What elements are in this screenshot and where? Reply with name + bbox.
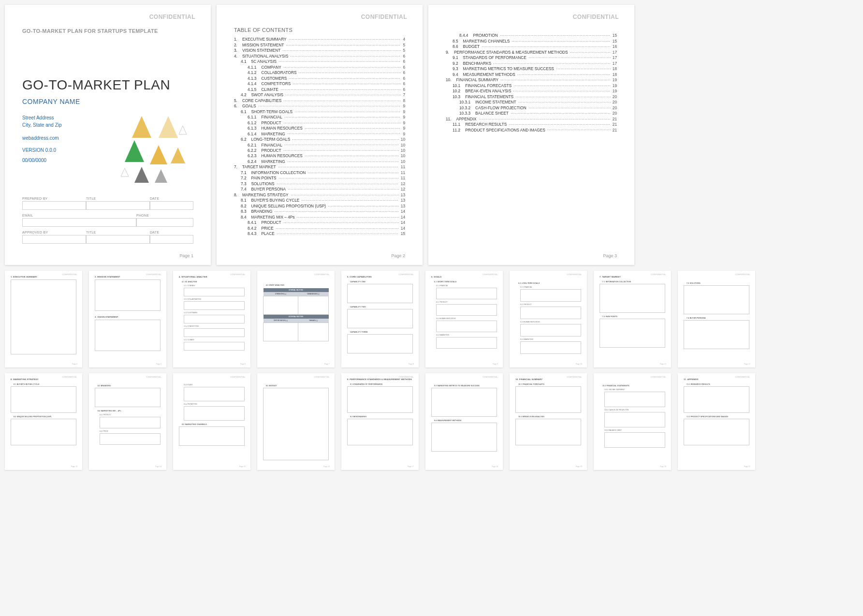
toc-entry[interactable]: 10.3.3BALANCE SHEET20 — [446, 111, 617, 116]
content-box[interactable] — [347, 309, 413, 328]
toc-entry[interactable]: 9.1STANDARDS OF PERFORMANCE17 — [446, 55, 617, 60]
content-box[interactable] — [184, 301, 245, 310]
input-phone[interactable] — [136, 218, 193, 227]
content-box[interactable] — [684, 386, 749, 413]
toc-entry[interactable]: 10.3.1INCOME STATEMENT20 — [446, 100, 617, 104]
toc-entry[interactable]: 10.1FINANCIAL FORECASTS19 — [446, 83, 617, 88]
toc-entry[interactable]: 11.1RESEARCH RESULTS21 — [446, 122, 617, 127]
toc-entry[interactable]: 8.1BUYER'S BUYING CYCLE13 — [234, 198, 405, 203]
toc-entry[interactable]: 8.MARKETING STRATEGY13 — [234, 192, 405, 197]
input-date-2[interactable] — [150, 235, 193, 244]
toc-entry[interactable]: 4.1.1COMPANY6 — [234, 64, 405, 69]
content-box[interactable] — [95, 320, 161, 351]
toc-entry[interactable]: 8.4MARKETING MIX – 4Ps14 — [234, 215, 405, 220]
toc-entry[interactable]: 4.1.3CUSTOMERS6 — [234, 75, 405, 80]
toc-entry[interactable]: 9.PERFORMANCE STANDARDS & MEASUREMENT ME… — [446, 49, 617, 54]
toc-entry[interactable]: 8.2UNIQUE SELLING PROPOSITION (USP)13 — [234, 204, 405, 208]
content-box[interactable] — [347, 284, 413, 303]
swot-cell[interactable] — [263, 323, 298, 341]
content-box[interactable] — [100, 417, 161, 428]
content-box[interactable] — [95, 279, 161, 311]
content-box[interactable] — [604, 392, 665, 407]
content-box[interactable] — [520, 289, 581, 302]
toc-entry[interactable]: 2.MISSION STATEMENT5 — [234, 42, 405, 47]
toc-entry[interactable]: 10.2BREAK-EVEN ANALYSIS19 — [446, 88, 617, 93]
content-box[interactable] — [520, 324, 581, 337]
toc-entry[interactable]: 6.1.1FINANCIAL9 — [234, 115, 405, 119]
toc-entry[interactable]: 6.2.1FINANCIAL10 — [234, 142, 405, 147]
content-box[interactable] — [436, 304, 497, 316]
content-box[interactable] — [520, 307, 581, 319]
toc-entry[interactable]: 10.FINANCIAL SUMMARY19 — [446, 77, 617, 82]
toc-entry[interactable]: 10.3.2CASH-FLOW PROJECTION20 — [446, 105, 617, 110]
toc-entry[interactable]: 1.EXECUTIVE SUMMARY4 — [234, 37, 405, 42]
toc-entry[interactable]: 9.4MEASUREMENT METHODS18 — [446, 72, 617, 76]
toc-entry[interactable]: 4.1.5CLIMATE6 — [234, 87, 405, 91]
content-box[interactable] — [436, 288, 497, 299]
content-box[interactable] — [11, 279, 76, 354]
toc-entry[interactable]: 6.1SHORT-TERM GOALS9 — [234, 109, 405, 114]
content-box[interactable] — [431, 388, 497, 417]
content-box[interactable] — [184, 406, 245, 421]
toc-entry[interactable]: 8.4.4PROMOTION15 — [446, 33, 617, 38]
toc-entry[interactable]: 7.TARGET MARKET11 — [234, 164, 405, 169]
input-approved-by[interactable] — [22, 235, 86, 244]
content-box[interactable] — [600, 319, 665, 348]
content-box[interactable] — [184, 342, 245, 351]
content-box[interactable] — [515, 386, 581, 413]
content-box[interactable] — [431, 423, 497, 452]
toc-entry[interactable]: 8.4.2PRICE14 — [234, 225, 405, 230]
toc-entry[interactable]: 5.CORE CAPABILITIES8 — [234, 98, 405, 103]
content-box[interactable] — [520, 341, 581, 354]
content-box[interactable] — [11, 386, 76, 413]
content-box[interactable] — [347, 419, 413, 445]
toc-entry[interactable]: 4.1.4COMPETITORS6 — [234, 81, 405, 86]
content-box[interactable] — [684, 419, 749, 445]
content-box[interactable] — [11, 419, 76, 445]
toc-entry[interactable]: 9.2BENCHMARKS17 — [446, 60, 617, 65]
input-date[interactable] — [150, 201, 193, 210]
content-box[interactable] — [604, 412, 665, 427]
toc-entry[interactable]: 6.2LONG-TERM GOALS10 — [234, 137, 405, 142]
content-box[interactable] — [347, 386, 413, 413]
input-title[interactable] — [86, 201, 150, 210]
toc-entry[interactable]: 6.1.3HUMAN RESOURCES9 — [234, 126, 405, 131]
input-email[interactable] — [22, 218, 136, 227]
toc-entry[interactable]: 6.GOALS9 — [234, 103, 405, 108]
content-box[interactable] — [184, 288, 245, 296]
swot-cell[interactable] — [263, 296, 298, 315]
toc-entry[interactable]: 4.SITUATIONAL ANALYSIS6 — [234, 53, 405, 58]
toc-entry[interactable]: 11.2PRODUCT SPECIFICATIONS AND IMAGES21 — [446, 127, 617, 132]
toc-entry[interactable]: 7.2PAIN POINTS11 — [234, 176, 405, 180]
input-prepared-by[interactable] — [22, 201, 86, 210]
content-box[interactable] — [95, 388, 161, 407]
swot-cell[interactable] — [298, 296, 329, 315]
content-box[interactable] — [436, 321, 497, 332]
content-box[interactable] — [100, 433, 161, 445]
toc-entry[interactable]: 8.4.3PLACE15 — [234, 231, 405, 236]
toc-entry[interactable]: 6.2.2PRODUCT10 — [234, 148, 405, 153]
toc-entry[interactable]: 9.3MARKETING METRICS TO MEASURE SUCCESS1… — [446, 66, 617, 71]
content-box[interactable] — [600, 284, 665, 313]
content-box[interactable] — [604, 432, 665, 448]
toc-entry[interactable]: 3.VISION STATEMENT5 — [234, 48, 405, 53]
content-box[interactable] — [184, 387, 245, 401]
toc-entry[interactable]: 8.3BRANDING14 — [234, 209, 405, 214]
toc-entry[interactable]: 4.1.2COLLABORATORS6 — [234, 70, 405, 75]
input-title-2[interactable] — [86, 235, 150, 244]
toc-entry[interactable]: 8.5MARKETING CHANNELS15 — [446, 38, 617, 43]
content-box[interactable] — [184, 328, 245, 337]
content-box[interactable] — [347, 334, 413, 353]
toc-entry[interactable]: 6.2.4MARKETING10 — [234, 159, 405, 164]
toc-entry[interactable]: 4.15C ANALYSIS6 — [234, 59, 405, 64]
toc-entry[interactable]: 6.1.4MARKETING9 — [234, 131, 405, 136]
swot-cell[interactable] — [298, 323, 329, 341]
toc-entry[interactable]: 8.6BUDGET16 — [446, 44, 617, 49]
toc-entry[interactable]: 8.4.1PRODUCT14 — [234, 220, 405, 225]
content-box[interactable] — [436, 337, 497, 349]
toc-entry[interactable]: 11.APPENDIX21 — [446, 116, 617, 121]
content-box[interactable] — [684, 320, 749, 349]
content-box[interactable] — [263, 388, 329, 460]
toc-entry[interactable]: 6.2.3HUMAN RESOURCES10 — [234, 153, 405, 158]
toc-entry[interactable]: 6.1.2PRODUCT9 — [234, 120, 405, 125]
